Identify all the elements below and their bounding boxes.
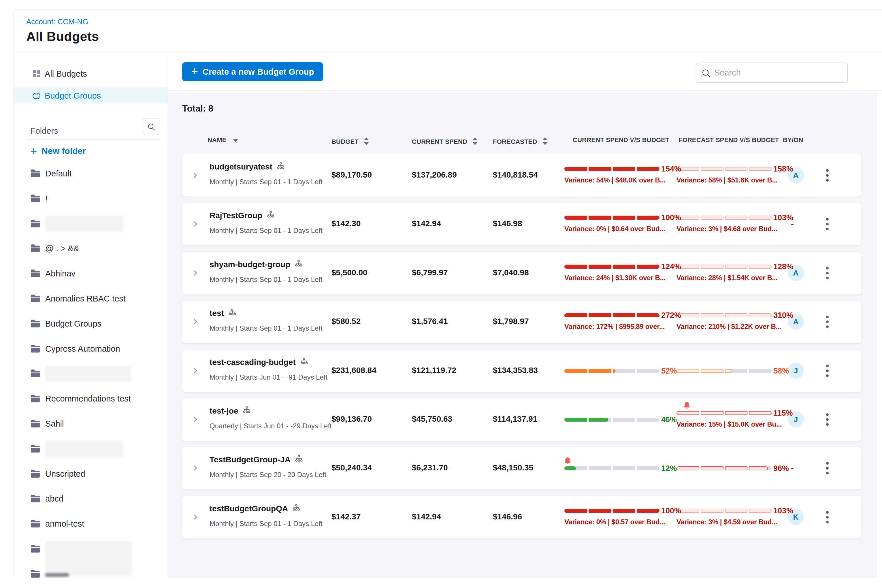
column-header-forecasted[interactable]: FORECASTED bbox=[493, 136, 548, 146]
row-expand-chevron-icon[interactable] bbox=[191, 171, 199, 179]
alert-bell-icon bbox=[564, 457, 572, 465]
folder-row[interactable] bbox=[14, 215, 168, 232]
hierarchy-icon bbox=[294, 260, 303, 269]
current-spend-amount: $142.94 bbox=[412, 218, 441, 230]
row-menu-button[interactable] bbox=[823, 362, 831, 380]
folder-row[interactable]: Default bbox=[14, 165, 168, 182]
column-header-label: FORECASTED bbox=[493, 138, 537, 145]
folder-row[interactable] bbox=[14, 565, 168, 578]
folder-name: Sahil bbox=[45, 418, 64, 429]
budget-group-row[interactable]: testBudgetGroupQAMonthly | Starts Sep 01… bbox=[182, 496, 861, 538]
current-spend-vs-budget-bar bbox=[564, 466, 660, 470]
budget-group-name[interactable]: RajTestGroup bbox=[210, 211, 262, 220]
folder-row[interactable] bbox=[14, 440, 168, 458]
folder-row[interactable] bbox=[14, 365, 168, 382]
current-variance-text: Variance: 54% | $48.0K over B... bbox=[564, 176, 666, 185]
budget-group-name[interactable]: test-joe bbox=[210, 406, 238, 416]
row-menu-button[interactable] bbox=[823, 411, 831, 428]
redacted-folder-name bbox=[45, 366, 131, 382]
row-expand-chevron-icon[interactable] bbox=[191, 513, 199, 521]
folder-row[interactable]: Cypress Automation bbox=[14, 340, 168, 357]
budget-group-name[interactable]: testBudgetGroupQA bbox=[210, 504, 288, 513]
redacted-folder-name bbox=[45, 216, 124, 232]
folder-row[interactable]: Anomalies RBAC test bbox=[14, 290, 168, 307]
hierarchy-icon bbox=[242, 406, 251, 416]
account-breadcrumb-link[interactable]: Account: CCM-NG bbox=[26, 17, 88, 27]
current-spend-percent: 12% bbox=[661, 463, 677, 474]
app-sheet: Account: CCM-NG All Budgets All Budgets bbox=[13, 9, 882, 578]
forecast-variance-text: Variance: 3% | $4.59 over Bud... bbox=[676, 518, 777, 526]
folder-row[interactable]: Budget Groups bbox=[14, 315, 168, 332]
alert-bell-icon bbox=[683, 402, 691, 410]
current-spend-percent: 272% bbox=[661, 310, 681, 321]
current-spend-vs-budget-bar bbox=[564, 509, 660, 513]
folder-name: Cypress Automation bbox=[45, 343, 120, 354]
row-expand-chevron-icon[interactable] bbox=[191, 269, 199, 277]
folder-name: Anomalies RBAC test bbox=[45, 293, 126, 304]
forecasted-amount: $140,818.54 bbox=[493, 169, 538, 181]
budget-group-schedule: Monthly | Starts Sep 01 - 1 Days Left bbox=[210, 225, 322, 236]
folder-name: ! bbox=[45, 193, 48, 204]
current-variance-text: Variance: 172% | $995.89 over... bbox=[564, 322, 664, 331]
column-header-name[interactable]: NAME bbox=[207, 136, 238, 144]
budget-group-name[interactable]: test-cascading-budget bbox=[210, 358, 296, 367]
budgets-page: Account: CCM-NG All Budgets All Budgets bbox=[0, 0, 882, 588]
folder-icon bbox=[30, 419, 40, 429]
create-button-label: Create a new Budget Group bbox=[202, 67, 314, 76]
folder-row[interactable]: anmol-test bbox=[14, 515, 168, 532]
budget-group-row[interactable]: test-joeQuarterly | Starts Jun 01 - -29 … bbox=[182, 398, 861, 441]
row-menu-button[interactable] bbox=[823, 509, 831, 526]
budget-group-row[interactable]: shyam-budget-groupMonthly | Starts Sep 0… bbox=[182, 252, 861, 294]
budget-group-row[interactable]: RajTestGroupMonthly | Starts Sep 01 - 1 … bbox=[182, 203, 861, 245]
column-header-label: CURRENT SPEND V/S BUDGET bbox=[573, 136, 669, 144]
forecast-spend-percent: 96% bbox=[773, 463, 789, 474]
folder-icon bbox=[30, 243, 40, 254]
row-expand-chevron-icon[interactable] bbox=[191, 416, 199, 423]
hierarchy-icon bbox=[228, 308, 237, 318]
row-expand-chevron-icon[interactable] bbox=[191, 464, 199, 472]
forecasted-amount: $48,150.35 bbox=[493, 462, 533, 474]
create-budget-group-button[interactable]: +Create a new Budget Group bbox=[182, 62, 323, 81]
folder-icon bbox=[30, 219, 40, 229]
folder-row[interactable]: Unscripted bbox=[14, 465, 168, 483]
current-spend-percent: 46% bbox=[661, 414, 677, 425]
row-expand-chevron-icon[interactable] bbox=[191, 367, 199, 375]
budget-amount: $89,170.50 bbox=[332, 169, 372, 181]
folder-row[interactable]: abcd bbox=[14, 490, 168, 507]
folder-row[interactable]: @ . > && bbox=[14, 240, 168, 257]
budget-group-row[interactable]: TestBudgetGroup-JAMonthly | Starts Sep 2… bbox=[182, 447, 861, 489]
budget-group-name[interactable]: shyam-budget-group bbox=[210, 260, 290, 269]
folder-row[interactable]: ! bbox=[14, 190, 168, 207]
column-header-label: CURRENT SPEND bbox=[412, 138, 467, 145]
budget-group-row[interactable]: test-cascading-budgetMonthly | Starts Ju… bbox=[182, 350, 861, 392]
budget-group-name[interactable]: test bbox=[210, 309, 224, 318]
budget-group-row[interactable]: budgetsuryatestMonthly | Starts Sep 01 -… bbox=[182, 154, 861, 196]
plus-icon: + bbox=[191, 65, 198, 78]
row-expand-chevron-icon[interactable] bbox=[191, 220, 199, 228]
budget-group-schedule: Quarterly | Starts Jun 01 - -29 Days Lef… bbox=[210, 421, 332, 431]
search-input[interactable] bbox=[714, 64, 841, 81]
folder-row[interactable] bbox=[14, 540, 168, 558]
budget-group-row[interactable]: testMonthly | Starts Sep 01 - 1 Days Lef… bbox=[182, 301, 861, 343]
folder-icon bbox=[30, 494, 40, 504]
current-spend-vs-budget-bar bbox=[564, 265, 660, 268]
column-header-current-spend[interactable]: CURRENT SPEND bbox=[412, 136, 478, 146]
forecast-spend-vs-budget-bar bbox=[676, 167, 772, 171]
budget-group-name[interactable]: TestBudgetGroup-JA bbox=[210, 455, 291, 464]
folder-row[interactable]: Sahil bbox=[14, 415, 168, 432]
budget-group-name[interactable]: budgetsuryatest bbox=[210, 162, 272, 171]
row-expand-chevron-icon[interactable] bbox=[191, 318, 199, 326]
current-variance-text: Variance: 0% | $0.57 over Bud... bbox=[564, 518, 665, 526]
folder-row[interactable]: Recommendations test bbox=[14, 390, 168, 407]
current-spend-percent: 52% bbox=[661, 366, 677, 376]
row-menu-button[interactable] bbox=[823, 167, 831, 184]
row-menu-button[interactable] bbox=[823, 216, 831, 233]
row-menu-button[interactable] bbox=[823, 265, 831, 282]
column-header-budget[interactable]: BUDGET bbox=[332, 136, 369, 146]
forecast-spend-percent: 58% bbox=[773, 366, 789, 376]
row-menu-button[interactable] bbox=[823, 460, 831, 477]
folder-row[interactable]: Abhinav bbox=[14, 265, 168, 282]
column-header-label: BY/ON bbox=[783, 136, 803, 144]
forecast-variance-text: Variance: 28% | $1.54K over B... bbox=[676, 273, 778, 282]
row-menu-button[interactable] bbox=[823, 313, 831, 331]
